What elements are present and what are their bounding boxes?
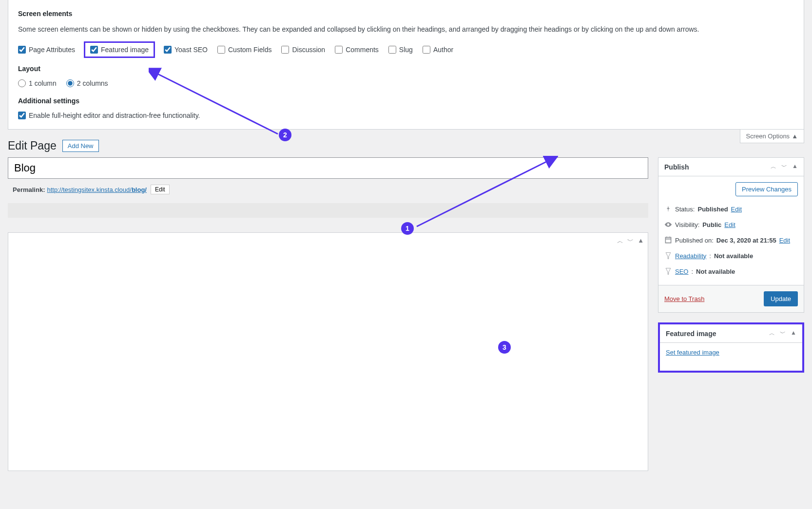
- edit-visibility-link[interactable]: Edit: [724, 221, 735, 228]
- annotation-badge-1: 1: [401, 222, 414, 235]
- checkbox-full-height-editor[interactable]: Enable full-height editor and distractio…: [18, 112, 200, 119]
- annotation-badge-2: 2: [279, 129, 291, 141]
- chevron-down-icon[interactable]: ﹀: [780, 329, 786, 338]
- radio-1-column[interactable]: 1 column: [18, 79, 57, 87]
- checkbox-author[interactable]: Author: [423, 44, 453, 55]
- publish-body: Preview Changes Status: Published Edit V…: [658, 176, 804, 285]
- chevron-up-icon[interactable]: ︿: [617, 237, 623, 245]
- annotation-highlight-featured-image: Featured image: [84, 41, 155, 58]
- readability-link[interactable]: Readability: [675, 252, 706, 260]
- calendar-icon: [664, 236, 672, 244]
- additional-heading: Additional settings: [18, 97, 794, 105]
- annotation-badge-3: 3: [498, 341, 511, 354]
- pin-icon: [664, 205, 672, 213]
- publish-actions: Move to Trash Update: [658, 285, 804, 312]
- screen-options-panel: Screen elements Some screen elements can…: [8, 0, 804, 130]
- editor-toggles: ︿ ﹀ ▲: [617, 237, 644, 245]
- checkbox-page-attributes[interactable]: Page Attributes: [18, 44, 75, 55]
- checkbox-discussion-input[interactable]: [281, 46, 289, 54]
- chevron-up-icon[interactable]: ︿: [769, 329, 775, 338]
- checkbox-comments[interactable]: Comments: [335, 44, 379, 55]
- edit-slug-button[interactable]: Edit: [151, 185, 170, 194]
- checkbox-custom-fields-input[interactable]: [217, 46, 225, 54]
- editor-box[interactable]: ︿ ﹀ ▲: [8, 232, 648, 471]
- layout-section: Layout 1 column 2 columns: [18, 65, 794, 87]
- screen-elements-checkboxes: Page Attributes Featured image Yoast SEO…: [18, 44, 794, 55]
- caret-up-icon[interactable]: ▲: [792, 163, 798, 171]
- checkbox-discussion[interactable]: Discussion: [281, 44, 325, 55]
- permalink-row: Permalink: http://testingsitex.kinsta.cl…: [8, 179, 648, 200]
- status-row: Status: Published Edit: [664, 201, 798, 217]
- additional-settings-section: Additional settings Enable full-height e…: [18, 97, 794, 119]
- screen-elements-heading: Screen elements: [18, 10, 794, 18]
- checkbox-slug-input[interactable]: [388, 46, 396, 54]
- page-title: Edit Page: [8, 139, 57, 152]
- checkbox-full-height-editor-input[interactable]: [18, 112, 26, 119]
- checkbox-featured-image[interactable]: Featured image: [90, 46, 149, 54]
- toolbar-placeholder: [8, 203, 648, 218]
- update-button[interactable]: Update: [764, 291, 798, 306]
- featured-image-title: Featured image: [666, 330, 716, 338]
- radio-2-columns-input[interactable]: [66, 79, 74, 87]
- featured-image-header[interactable]: Featured image ︿ ﹀ ▲: [660, 324, 802, 343]
- checkbox-yoast-seo-input[interactable]: [164, 46, 172, 54]
- publish-postbox: Publish ︿ ﹀ ▲ Preview Changes Status: Pu…: [658, 157, 804, 313]
- page-header: Edit Page Add New: [8, 130, 804, 157]
- checkbox-page-attributes-input[interactable]: [18, 46, 26, 54]
- screen-options-tab[interactable]: Screen Options ▲: [740, 130, 804, 143]
- seo-link[interactable]: SEO: [675, 268, 688, 275]
- permalink-link[interactable]: http://testingsitex.kinsta.cloud/blog/: [47, 186, 146, 193]
- readability-row: Readability: Not available: [664, 248, 798, 264]
- preview-changes-button[interactable]: Preview Changes: [735, 182, 798, 196]
- chevron-down-icon[interactable]: ﹀: [781, 163, 787, 171]
- visibility-row: Visibility: Public Edit: [664, 217, 798, 232]
- checkbox-featured-image-input[interactable]: [90, 46, 98, 54]
- screen-elements-description: Some screen elements can be shown or hid…: [18, 24, 794, 35]
- radio-2-columns[interactable]: 2 columns: [66, 79, 108, 87]
- eye-icon: [664, 221, 672, 228]
- page-wrap: Screen Options ▲ Edit Page Add New Perma…: [0, 130, 812, 471]
- chevron-down-icon[interactable]: ﹀: [627, 237, 634, 245]
- page-title-input[interactable]: [8, 157, 648, 179]
- published-on-row: Published on: Dec 3, 2020 at 21:55 Edit: [664, 232, 798, 248]
- checkbox-author-input[interactable]: [423, 46, 430, 54]
- checkbox-yoast-seo[interactable]: Yoast SEO: [164, 44, 208, 55]
- edit-date-link[interactable]: Edit: [779, 237, 790, 244]
- permalink-label: Permalink:: [13, 186, 45, 193]
- caret-up-icon: ▲: [792, 132, 798, 140]
- caret-up-icon[interactable]: ▲: [791, 329, 796, 338]
- edit-status-link[interactable]: Edit: [731, 206, 742, 213]
- checkbox-custom-fields[interactable]: Custom Fields: [217, 44, 271, 55]
- radio-1-column-input[interactable]: [18, 79, 26, 87]
- yoast-icon: [664, 267, 672, 275]
- sidebar-column: Publish ︿ ﹀ ▲ Preview Changes Status: Pu…: [658, 157, 804, 471]
- seo-row: SEO: Not available: [664, 264, 798, 279]
- publish-title: Publish: [664, 163, 689, 171]
- checkbox-comments-input[interactable]: [335, 46, 343, 54]
- move-to-trash-link[interactable]: Move to Trash: [664, 295, 704, 302]
- layout-heading: Layout: [18, 65, 794, 73]
- caret-up-icon[interactable]: ▲: [638, 237, 644, 245]
- main-layout: Permalink: http://testingsitex.kinsta.cl…: [8, 157, 804, 471]
- set-featured-image-link[interactable]: Set featured image: [666, 349, 719, 356]
- add-new-button[interactable]: Add New: [62, 140, 99, 152]
- featured-image-body: Set featured image: [660, 343, 802, 371]
- content-column: Permalink: http://testingsitex.kinsta.cl…: [8, 157, 648, 471]
- chevron-up-icon[interactable]: ︿: [771, 163, 776, 171]
- yoast-icon: [664, 252, 672, 260]
- checkbox-slug[interactable]: Slug: [388, 44, 413, 55]
- featured-image-postbox: Featured image ︿ ﹀ ▲ Set featured image: [658, 322, 804, 373]
- publish-header[interactable]: Publish ︿ ﹀ ▲: [658, 158, 804, 176]
